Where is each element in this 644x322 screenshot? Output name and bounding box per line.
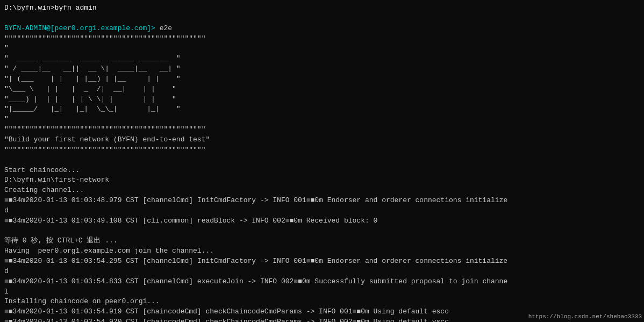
separator-1: """"""""""""""""""""""""""""""""""""""""…: [4, 34, 640, 44]
byfn-prompt-line: BYFN-ADMIN@[peer0.org1.example.com]> e2e: [4, 24, 640, 34]
dir-line: D:\byfn.win\first-network: [4, 175, 640, 185]
log-line-4: ■■34m2020-01-13 01:03:54.833 CST [channe…: [4, 277, 640, 287]
build-line: "Build your first network (BYFN) end-to-…: [4, 135, 640, 145]
separator-2: """"""""""""""""""""""""""""""""""""""""…: [4, 125, 640, 135]
log-line-4-cont: l: [4, 287, 640, 297]
creating-channel: Creating channel...: [4, 185, 640, 196]
install-chaincode: Installing chaincode on peer0.org1...: [4, 297, 640, 307]
start-chaincode: Start chaincode...: [4, 166, 640, 176]
join-line: Having peer0.org1.example.com join the c…: [4, 246, 640, 256]
log-line-1-cont: d: [4, 206, 640, 216]
log-line-2: ■■34m2020-01-13 01:03:49.108 CST [cli.co…: [4, 216, 640, 226]
blank-line-1: [4, 13, 640, 24]
watermark: https://blog.csdn.net/shebao3333: [528, 313, 642, 320]
blank-line-3: [4, 226, 640, 237]
wait-line: 等待 0 秒, 按 CTRL+C 退出 ...: [4, 236, 640, 246]
log-line-3-cont: d: [4, 267, 640, 277]
terminal-window: D:\byfn.win>byfn admin BYFN-ADMIN@[peer0…: [0, 0, 644, 322]
start-ascii-block: "" _____ _______ _____ ______ _______ ""…: [4, 44, 640, 125]
separator-3: """"""""""""""""""""""""""""""""""""""""…: [4, 145, 640, 155]
log-line-3: ■■34m2020-01-13 01:03:54.295 CST [channe…: [4, 256, 640, 267]
log-line-1: ■■34m2020-01-13 01:03:48.979 CST [channe…: [4, 196, 640, 206]
cmd-line-1: D:\byfn.win>byfn admin: [4, 3, 640, 13]
blank-line-2: [4, 155, 640, 166]
